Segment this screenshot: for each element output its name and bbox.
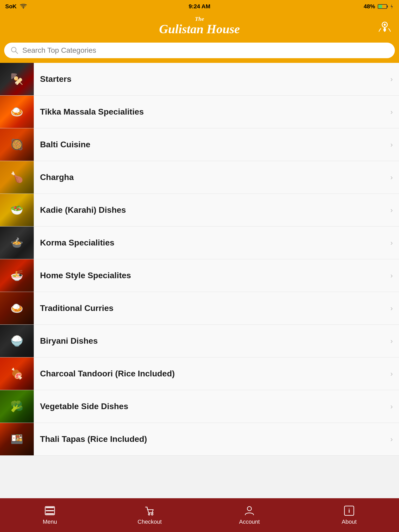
chevron-right-icon: › (390, 402, 393, 411)
category-name: Charcoal Tandoori (Rice Included) (34, 369, 390, 378)
category-list: 🍢 Starters › 🍛 Tikka Massala Specialitie… (0, 63, 399, 499)
app-title: The Gulistan House (159, 16, 240, 36)
category-name: Biryani Dishes (34, 336, 390, 346)
chevron-right-icon: › (390, 370, 393, 378)
category-thumbnail: 🍖 (0, 357, 34, 390)
nav-label-menu: Menu (43, 518, 57, 525)
category-item[interactable]: 🍚 Biryani Dishes › (0, 325, 399, 357)
category-thumbnail: 🍛 (0, 96, 34, 128)
menu-icon (44, 505, 56, 516)
category-thumbnail: 🍜 (0, 259, 34, 292)
category-item[interactable]: 🍖 Charcoal Tandoori (Rice Included) › (0, 357, 399, 390)
chevron-right-icon: › (390, 239, 393, 247)
chevron-right-icon: › (390, 75, 393, 83)
chevron-right-icon: › (390, 337, 393, 345)
food-emoji: 🍱 (0, 423, 34, 455)
category-item[interactable]: 🍲 Korma Specialities › (0, 227, 399, 259)
nav-label-checkout: Checkout (138, 518, 162, 525)
svg-point-11 (151, 514, 153, 515)
location-icon[interactable] (378, 19, 391, 32)
bottom-nav: Menu Checkout Account i About (0, 498, 399, 532)
category-item[interactable]: 🍛 Traditional Curries › (0, 292, 399, 325)
svg-rect-6 (46, 507, 54, 508)
food-emoji: 🍗 (0, 161, 34, 194)
svg-line-5 (16, 51, 18, 54)
category-item[interactable]: 🍜 Home Style Specialites › (0, 259, 399, 292)
svg-marker-1 (391, 4, 393, 9)
category-name: Balti Cuisine (34, 140, 390, 149)
category-thumbnail: 🍛 (0, 292, 34, 324)
app-header: The Gulistan House (0, 13, 399, 39)
category-name: Korma Specialities (34, 238, 390, 248)
category-name: Thali Tapas (Rice Included) (34, 434, 390, 444)
battery-percent: 48% (364, 3, 375, 10)
nav-label-account: Account (239, 518, 260, 525)
food-emoji: 🍖 (0, 357, 34, 390)
category-item[interactable]: 🍱 Thali Tapas (Rice Included) › (0, 423, 399, 456)
account-icon (244, 505, 255, 516)
nav-label-about: About (342, 518, 357, 525)
svg-rect-7 (46, 510, 54, 511)
checkout-icon (144, 505, 155, 516)
category-thumbnail: 🥗 (0, 194, 34, 226)
status-bar: SoK 9:24 AM 48% (0, 0, 399, 13)
status-time: 9:24 AM (189, 3, 210, 10)
category-thumbnail: 🥦 (0, 390, 34, 423)
nav-item-about[interactable]: i About (299, 498, 399, 532)
search-container (0, 39, 399, 63)
nav-item-menu[interactable]: Menu (0, 498, 100, 532)
category-thumbnail: 🍢 (0, 63, 34, 95)
category-item[interactable]: 🥦 Vegetable Side Dishes › (0, 390, 399, 423)
chevron-right-icon: › (390, 206, 393, 214)
status-right: 48% (364, 3, 394, 10)
charging-icon (390, 4, 394, 9)
food-emoji: 🥘 (0, 128, 34, 161)
food-emoji: 🍜 (0, 259, 34, 292)
category-name: Vegetable Side Dishes (34, 402, 390, 411)
search-icon (10, 46, 19, 55)
svg-point-12 (247, 507, 251, 511)
category-thumbnail: 🍲 (0, 227, 34, 259)
food-emoji: 🍛 (0, 292, 34, 324)
svg-point-0 (23, 8, 24, 9)
category-name: Kadie (Karahi) Dishes (34, 205, 390, 215)
wifi-icon (20, 4, 27, 9)
food-emoji: 🍢 (0, 63, 34, 95)
category-item[interactable]: 🍢 Starters › (0, 63, 399, 96)
food-emoji: 🍚 (0, 325, 34, 357)
chevron-right-icon: › (390, 173, 393, 182)
svg-text:i: i (348, 508, 350, 514)
nav-item-account[interactable]: Account (200, 498, 299, 532)
chevron-right-icon: › (390, 304, 393, 312)
about-icon: i (343, 505, 355, 516)
food-emoji: 🍛 (0, 96, 34, 128)
app-title-main: Gulistan House (159, 22, 240, 36)
category-name: Tikka Massala Specialities (34, 107, 390, 117)
app-title-the: The (159, 16, 240, 22)
category-item[interactable]: 🥗 Kadie (Karahi) Dishes › (0, 194, 399, 227)
category-thumbnail: 🍱 (0, 423, 34, 455)
chevron-right-icon: › (390, 141, 393, 149)
search-bar (4, 43, 395, 58)
food-emoji: 🥦 (0, 390, 34, 423)
category-item[interactable]: 🥘 Balti Cuisine › (0, 128, 399, 161)
category-thumbnail: 🥘 (0, 128, 34, 161)
chevron-right-icon: › (390, 108, 393, 116)
nav-item-checkout[interactable]: Checkout (100, 498, 200, 532)
svg-point-3 (384, 24, 386, 26)
status-left: SoK (5, 3, 27, 10)
food-emoji: 🍲 (0, 227, 34, 259)
category-name: Chargha (34, 172, 390, 182)
battery-icon (378, 4, 387, 9)
svg-rect-8 (46, 513, 54, 514)
category-item[interactable]: 🍛 Tikka Massala Specialities › (0, 96, 399, 128)
category-name: Starters (34, 74, 390, 84)
category-thumbnail: 🍚 (0, 325, 34, 357)
food-emoji: 🥗 (0, 194, 34, 226)
category-item[interactable]: 🍗 Chargha › (0, 161, 399, 194)
carrier-label: SoK (5, 3, 17, 10)
svg-point-10 (148, 514, 150, 515)
category-name: Home Style Specialites (34, 271, 390, 280)
search-input[interactable] (22, 46, 389, 55)
category-thumbnail: 🍗 (0, 161, 34, 194)
